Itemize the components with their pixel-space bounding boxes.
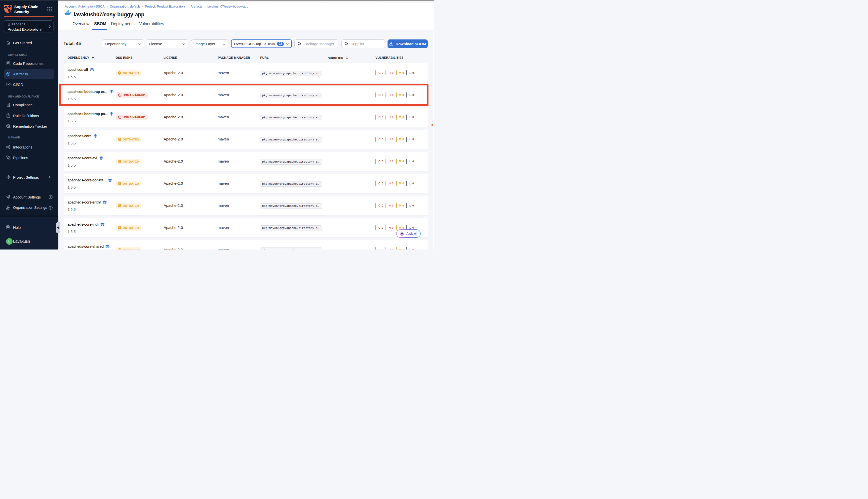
svg-text:?: ? bbox=[7, 226, 8, 228]
